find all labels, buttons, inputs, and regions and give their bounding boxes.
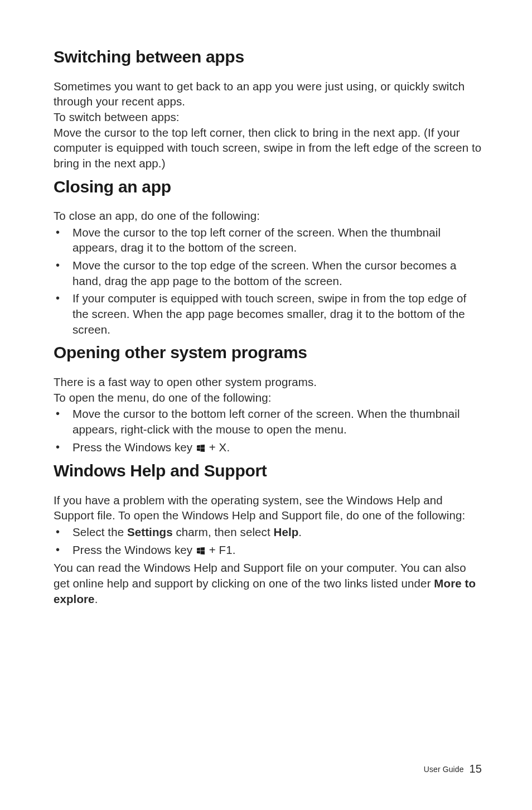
paragraph: You can read the Windows Help and Suppor… [54,560,482,606]
section-opening-programs: Opening other system programs There is a… [54,341,482,455]
list-item: Press the Windows key + F1. [54,542,482,558]
list-item: If your computer is equipped with touch … [54,291,482,337]
paragraph: To switch between apps: [54,109,482,125]
heading-opening-programs: Opening other system programs [54,341,482,364]
help-option-label: Help [274,525,299,538]
heading-help-support: Windows Help and Support [54,460,482,483]
svg-marker-5 [200,547,205,551]
svg-marker-4 [197,547,200,550]
list-help-support: Select the Settings charm, then select H… [54,524,482,558]
svg-marker-6 [197,551,200,553]
svg-marker-0 [197,445,200,447]
text: You can read the Windows Help and Suppor… [54,561,466,590]
svg-marker-1 [200,445,205,448]
list-item: Move the cursor to the top left corner o… [54,225,482,255]
section-help-support: Windows Help and Support If you have a p… [54,460,482,606]
paragraph: Sometimes you want to get back to an app… [54,79,482,109]
settings-charm-label: Settings [127,525,173,538]
text: Select the [72,525,127,538]
paragraph: If you have a problem with the operating… [54,493,482,523]
section-switching-apps: Switching between apps Sometimes you wan… [54,46,482,171]
svg-marker-2 [197,448,200,451]
text: Press the Windows key [72,441,196,454]
text: Press the Windows key [72,543,196,556]
text: + F1. [206,543,236,556]
list-closing-app: Move the cursor to the top left corner o… [54,225,482,338]
svg-marker-7 [200,551,205,555]
windows-key-icon [197,543,205,558]
list-item: Move the cursor to the top edge of the s… [54,258,482,288]
text: + X. [206,441,230,454]
list-item: Move the cursor to the bottom left corne… [54,406,482,437]
text: . [95,592,98,605]
footer-label: User Guide [424,765,464,774]
text: . [298,525,302,538]
heading-switching-apps: Switching between apps [54,46,482,69]
list-item: Press the Windows key + X. [54,440,482,456]
text: charm, then select [173,525,274,538]
list-opening-programs: Move the cursor to the bottom left corne… [54,406,482,455]
page-number: 15 [470,763,482,775]
page-footer: User Guide 15 [424,761,482,777]
list-item: Select the Settings charm, then select H… [54,524,482,540]
paragraph: Move the cursor to the top left corner, … [54,125,482,171]
paragraph: There is a fast way to open other system… [54,374,482,390]
paragraph: To open the menu, do one of the followin… [54,390,482,406]
paragraph: To close an app, do one of the following… [54,208,482,224]
section-closing-app: Closing an app To close an app, do one o… [54,176,482,338]
heading-closing-app: Closing an app [54,176,482,199]
windows-key-icon [197,440,205,456]
svg-marker-3 [200,448,205,452]
